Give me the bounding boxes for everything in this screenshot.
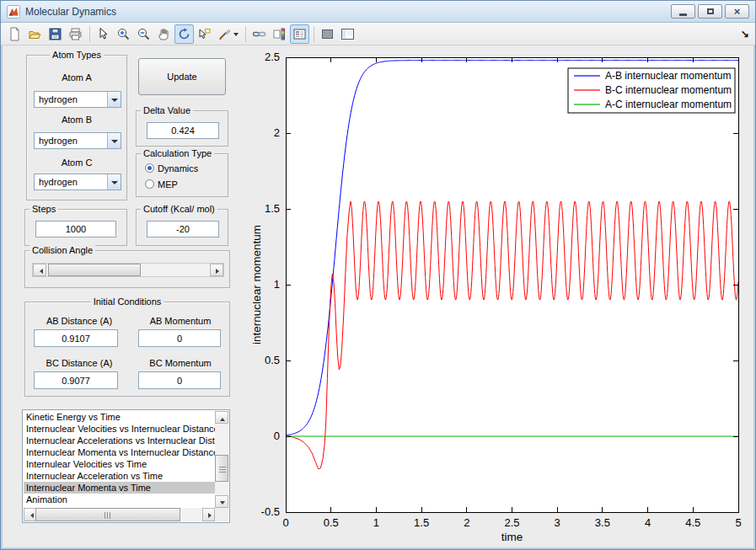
title-bar[interactable]: Molecular Dynamics × — [1, 1, 755, 23]
insert-legend-button[interactable] — [290, 24, 309, 44]
vertical-scroll-thumb[interactable] — [215, 455, 228, 482]
zoom-out-icon — [137, 27, 151, 41]
list-item[interactable]: Internuclear Acceleration vs Time — [24, 470, 215, 482]
y-tick-label: 0 — [274, 430, 280, 442]
brush-icon — [217, 27, 232, 41]
new-figure-button[interactable] — [5, 24, 24, 44]
list-item[interactable]: Animation — [24, 494, 215, 505]
brush-button[interactable] — [215, 24, 241, 44]
zoom-in-button[interactable] — [114, 24, 133, 44]
mep-radio[interactable]: MEP — [145, 179, 178, 190]
collision-angle-panel: Collision Angle — [24, 250, 230, 288]
list-item[interactable]: Internuclear Momenta vs Internuclear Dis… — [24, 446, 215, 458]
x-tick-label: 2 — [464, 516, 469, 529]
scroll-right-button[interactable] — [202, 508, 215, 521]
slider-right-arrow[interactable] — [210, 264, 223, 276]
initial-conditions-title: Initial Conditions — [91, 296, 164, 307]
list-item[interactable]: Kinetic Energy vs Time — [24, 411, 215, 423]
minimize-button[interactable] — [671, 4, 695, 19]
legend[interactable]: A-B internuclear momentumB-C internuclea… — [568, 68, 735, 113]
bc-distance-field[interactable] — [34, 371, 118, 389]
plot-area[interactable]: 00.511.522.533.544.55-0.500.511.522.5tim… — [250, 46, 756, 550]
y-tick-label: -0.5 — [261, 505, 280, 518]
app-window: Molecular Dynamics × — [0, 0, 756, 550]
plot-type-list-items: Kinetic Energy vs TimeInternuclear Veloc… — [24, 411, 215, 508]
scrollbar-corner — [215, 508, 228, 521]
y-tick-label: 1.5 — [265, 202, 280, 215]
scroll-up-button[interactable] — [215, 411, 228, 424]
horizontal-scrollbar[interactable] — [24, 508, 215, 521]
arrow-up-icon — [220, 415, 225, 421]
collision-angle-title: Collision Angle — [29, 245, 95, 256]
atom-b-dropdown[interactable]: hydrogen — [34, 132, 121, 149]
radio-selected-icon[interactable] — [145, 163, 154, 173]
legend-entry-label: A-C internuclear momentum — [605, 99, 732, 110]
list-item[interactable]: Internulear Velocities vs Time — [24, 458, 215, 470]
dock-figure-icon[interactable]: ↘ — [741, 28, 749, 40]
cutoff-field[interactable] — [147, 221, 219, 238]
atom-b-value: hydrogen — [39, 136, 78, 146]
toolbar: ↘ — [1, 23, 755, 45]
delta-value-field[interactable] — [147, 122, 219, 139]
restore-button[interactable] — [698, 4, 722, 19]
ab-distance-label: AB Distance (A) — [29, 316, 130, 326]
data-cursor-button[interactable] — [195, 24, 214, 44]
vertical-scrollbar[interactable] — [215, 411, 228, 508]
collision-angle-slider[interactable] — [32, 263, 224, 277]
list-item[interactable]: Internuclear Momenta vs Time — [24, 482, 215, 494]
steps-field[interactable] — [35, 221, 116, 238]
plot-canvas[interactable]: 00.511.522.533.544.55-0.500.511.522.5tim… — [250, 46, 756, 550]
show-plot-tools-button[interactable] — [338, 24, 357, 44]
pan-button[interactable] — [154, 24, 174, 44]
chevron-down-icon[interactable] — [107, 133, 121, 148]
print-figure-button[interactable] — [66, 24, 85, 44]
y-tick-label: 0.5 — [265, 354, 280, 366]
bc-momentum-field[interactable] — [138, 371, 221, 389]
horizontal-scroll-thumb[interactable] — [35, 508, 180, 521]
hide-plot-tools-button[interactable] — [318, 24, 337, 44]
chevron-down-icon[interactable] — [107, 92, 121, 107]
y-tick-label: 2 — [274, 126, 280, 139]
list-item[interactable]: Internuclear Velocities vs Internuclear … — [24, 423, 215, 435]
brush-dropdown-icon[interactable] — [233, 33, 239, 39]
x-tick-label: 0 — [282, 516, 288, 529]
atom-types-title: Atom Types — [50, 50, 104, 61]
scroll-left-button[interactable] — [24, 508, 36, 521]
slider-thumb[interactable] — [48, 264, 141, 276]
window-controls: × — [668, 4, 749, 19]
toolbar-separator — [89, 26, 90, 42]
update-button[interactable]: Update — [138, 58, 226, 95]
atom-a-dropdown[interactable]: hydrogen — [34, 91, 121, 108]
atom-c-dropdown[interactable]: hydrogen — [34, 174, 121, 190]
link-plot-button[interactable] — [249, 24, 269, 44]
radio-unselected-icon[interactable] — [145, 179, 154, 189]
chevron-down-icon[interactable] — [107, 174, 121, 190]
window-title: Molecular Dynamics — [25, 6, 116, 18]
steps-title: Steps — [29, 204, 58, 215]
open-file-button[interactable] — [25, 24, 45, 44]
toolbar-separator — [314, 26, 314, 42]
zoom-in-icon — [116, 27, 131, 41]
x-axis-label: time — [501, 531, 523, 543]
ab-momentum-field[interactable] — [138, 329, 221, 347]
dynamics-radio[interactable]: Dynamics — [145, 163, 198, 174]
minimize-icon — [679, 13, 687, 16]
scroll-grip — [219, 465, 226, 473]
zoom-out-button[interactable] — [134, 24, 153, 44]
list-item[interactable]: Internuclear Accelerations vs Internucle… — [24, 435, 215, 446]
legend-entry-label: A-B internuclear momentum — [605, 70, 731, 82]
plot-type-list[interactable]: Kinetic Energy vs TimeInternuclear Veloc… — [22, 409, 230, 523]
slider-left-arrow[interactable] — [33, 264, 46, 276]
arrow-right-icon — [208, 513, 214, 518]
scroll-down-button[interactable] — [215, 495, 228, 508]
save-figure-button[interactable] — [46, 24, 65, 44]
x-tick-label: 4 — [645, 516, 651, 529]
edit-plot-button[interactable] — [94, 24, 113, 44]
insert-colorbar-button[interactable] — [270, 24, 289, 44]
rotate-3d-icon — [177, 27, 191, 41]
close-button[interactable]: × — [725, 4, 749, 19]
arrow-left-icon — [28, 513, 34, 518]
rotate-3d-button[interactable] — [174, 24, 194, 44]
ab-distance-field[interactable] — [34, 329, 118, 347]
cutoff-panel: Cutoff (Kcal/ mol) — [136, 209, 228, 246]
